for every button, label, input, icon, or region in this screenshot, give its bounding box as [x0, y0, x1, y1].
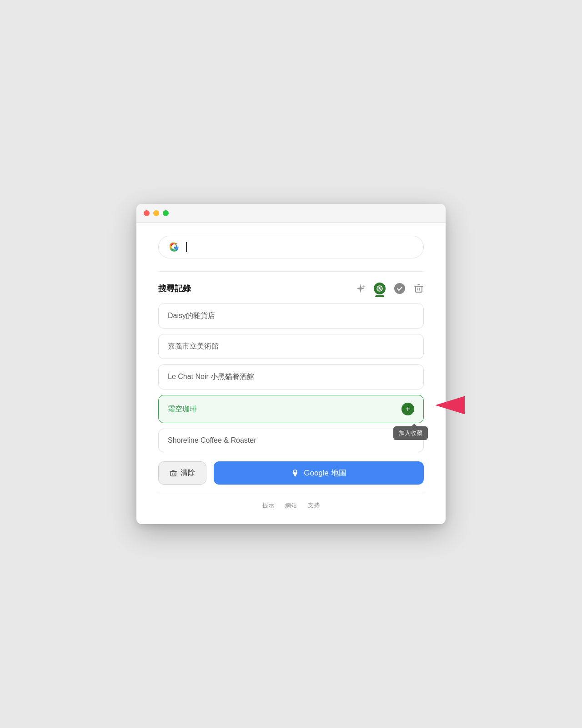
header-icons — [356, 283, 424, 294]
history-item[interactable]: 嘉義市立美術館 — [158, 334, 424, 359]
footer-links: 提示 網站 支持 — [158, 494, 424, 510]
footer-buttons: 清除 Google 地圖 — [158, 461, 424, 485]
svg-point-8 — [394, 283, 405, 294]
section-header: 搜尋記錄 — [158, 283, 424, 294]
sparkle-icon-button[interactable] — [356, 283, 366, 293]
red-arrow-indicator — [426, 392, 467, 421]
open-maps-button[interactable]: Google 地圖 — [214, 461, 424, 485]
delete-all-button[interactable] — [414, 283, 424, 293]
history-item[interactable]: Daisy的雜貨店 — [158, 303, 424, 329]
clear-button[interactable]: 清除 — [158, 461, 206, 485]
tooltip: 加入收藏 — [393, 426, 428, 440]
divider-top — [158, 271, 424, 272]
close-button[interactable] — [144, 210, 150, 216]
title-bar — [136, 204, 446, 223]
clear-trash-icon — [170, 470, 177, 477]
support-link[interactable]: 支持 — [308, 501, 320, 510]
add-to-favorites-button[interactable]: + — [401, 403, 414, 415]
sparkle-icon — [356, 283, 366, 293]
history-list: Daisy的雜貨店 嘉義市立美術館 Le Chat Noir 小黑貓餐酒館 — [158, 303, 424, 452]
website-link[interactable]: 網站 — [285, 501, 297, 510]
section-title: 搜尋記錄 — [158, 283, 191, 294]
history-item[interactable]: Shoreline Coffee & Roaster — [158, 429, 424, 452]
trash-icon — [414, 283, 424, 293]
main-content: 搜尋記錄 — [136, 223, 446, 524]
search-bar[interactable] — [158, 236, 424, 258]
hints-link[interactable]: 提示 — [262, 501, 274, 510]
clock-icon — [374, 283, 386, 294]
highlighted-item-container: 霜空珈琲 + 加入收藏 — [158, 395, 424, 423]
app-window: 搜尋記錄 — [136, 204, 446, 524]
map-pin-icon — [291, 469, 299, 477]
svg-rect-14 — [171, 471, 176, 476]
verified-icon-button[interactable] — [394, 283, 406, 294]
verified-icon — [394, 283, 406, 294]
history-item-highlighted[interactable]: 霜空珈琲 + 加入收藏 — [158, 395, 424, 423]
svg-rect-9 — [416, 286, 422, 292]
history-item[interactable]: Le Chat Noir 小黑貓餐酒館 — [158, 364, 424, 389]
google-logo-icon — [168, 241, 181, 253]
maximize-button[interactable] — [163, 210, 169, 216]
search-cursor — [186, 242, 187, 252]
history-tab-button[interactable] — [374, 283, 386, 294]
minimize-button[interactable] — [153, 210, 159, 216]
